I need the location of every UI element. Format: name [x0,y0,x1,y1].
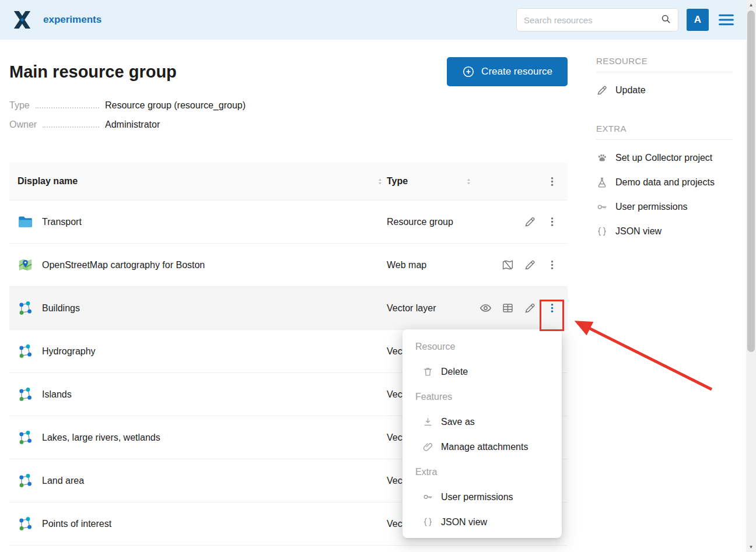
meta-value: Resource group (resource_group) [105,100,246,111]
row-actions [474,254,568,276]
menu-item-json-view[interactable]: JSON view [402,509,562,535]
edit-action[interactable] [519,297,541,319]
vector-icon [18,386,33,402]
menu-toggle-button[interactable] [717,10,736,29]
scroll-down-arrow[interactable]: ▼ [746,542,756,552]
sort-icon[interactable] [464,177,473,186]
feature-table-action[interactable] [496,297,519,319]
meta-row-type: Type Resource group (resource_group) [9,100,568,111]
sidebar-item-demo-data-and-projects[interactable]: Demo data and projects [596,170,733,195]
folder-icon [18,214,33,230]
edit-action[interactable] [519,254,541,276]
sidebar-item-set-up-collector-project[interactable]: Set up Collector project [596,146,733,170]
resource-name[interactable]: OpenStreetMap cartography for Boston [42,260,205,270]
table-header: Display name Type [9,163,568,200]
pencil-icon [524,302,536,314]
table-icon [502,302,514,314]
menu-item-user-permissions[interactable]: User permissions [402,484,562,509]
menu-item-label: Delete [441,367,468,377]
search-icon [660,13,671,26]
resource-name[interactable]: Islands [42,389,72,400]
resource-name[interactable]: Hydrography [42,346,96,357]
preview-action[interactable] [474,297,496,319]
kebab-icon [546,175,558,188]
table-row-buildings[interactable]: BuildingsVector layer [9,286,568,329]
menu-item-delete[interactable]: Delete [402,359,562,384]
app-logo-icon[interactable] [10,8,34,31]
table-settings-button[interactable] [541,170,563,192]
table-row-transport[interactable]: TransportResource group [9,200,568,243]
meta-label: Owner [9,119,37,130]
create-resource-button[interactable]: Create resource [447,57,568,86]
plus-circle-icon [462,65,475,78]
sidebar-item-label: Demo data and projects [615,177,715,188]
brand-link[interactable]: experiments [43,14,102,26]
vector-icon [18,473,33,488]
pencil-icon [596,85,608,96]
meta-value: Administrator [105,119,160,130]
row-menu-button[interactable] [541,254,563,276]
sidebar-section-resource: RESOURCEUpdate [596,56,733,103]
paperclip-icon [422,441,433,452]
sidebar-item-label: Update [615,85,646,96]
resource-name[interactable]: Buildings [42,303,80,314]
trash-icon [422,366,433,377]
edit-action[interactable] [519,211,541,233]
top-header: experiments A [0,0,746,40]
key-icon [596,201,608,213]
resource-type: Resource group [387,217,474,227]
pencil-icon [524,259,536,271]
menu-item-save-as[interactable]: Save as [402,409,562,434]
display-map-action[interactable] [496,254,519,276]
key-icon [422,491,433,502]
resource-name[interactable]: Points of interest [42,519,111,529]
vector-icon [18,300,33,316]
menu-group-extra: Extra [402,459,562,484]
kebab-icon [546,259,558,271]
paw-icon [596,152,608,164]
hamburger-icon [717,10,736,29]
resource-name[interactable]: Lakes, large rivers, wetlands [42,433,160,443]
scrollbar[interactable]: ▲ ▼ [746,0,756,552]
menu-item-manage-attachments[interactable]: Manage attachments [402,434,562,459]
menu-item-label: Manage attachments [441,442,528,452]
resource-meta: Type Resource group (resource_group) Own… [9,100,568,130]
vector-icon [18,430,33,445]
header-controls: A [516,8,736,31]
row-menu-button[interactable] [541,211,563,233]
search-input[interactable] [517,15,653,25]
meta-label: Type [9,100,30,111]
resource-name[interactable]: Transport [42,217,82,227]
resource-name[interactable]: Land area [42,476,84,486]
vector-icon [18,343,33,359]
sidebar-item-json-view[interactable]: JSON view [596,219,733,244]
vector-icon [18,516,33,532]
kebab-icon [546,216,558,228]
row-actions [474,211,568,233]
sidebar-item-update[interactable]: Update [596,78,733,103]
search-box [516,8,678,31]
pencil-icon [524,216,536,228]
menu-item-label: JSON view [441,517,487,528]
sidebar-item-user-permissions[interactable]: User permissions [596,195,733,219]
page-title: Main resource group [9,62,177,82]
download-icon [422,416,433,427]
menu-item-label: Save as [441,417,475,427]
column-header-type[interactable]: Type [387,176,474,187]
sort-icon[interactable] [376,177,384,186]
search-button[interactable] [653,9,678,31]
resource-type: Web map [387,260,474,270]
column-header-display-name[interactable]: Display name [9,176,387,187]
menu-item-label: User permissions [441,492,513,502]
app: experiments A Main resource group Create… [0,0,756,552]
table-row-openstreetmap-cartography-for-boston[interactable]: OpenStreetMap cartography for BostonWeb … [9,243,568,286]
display-map-icon [502,259,514,271]
column-header-label: Type [387,176,408,187]
column-header-label: Display name [18,176,78,187]
scroll-up-arrow[interactable]: ▲ [746,0,756,10]
avatar-button[interactable]: A [687,9,709,31]
scrollbar-thumb[interactable] [747,10,755,352]
table-header-actions [474,170,568,192]
context-menu: ResourceDeleteFeaturesSave asManage atta… [402,329,562,538]
resource-type: Vector layer [387,303,474,314]
